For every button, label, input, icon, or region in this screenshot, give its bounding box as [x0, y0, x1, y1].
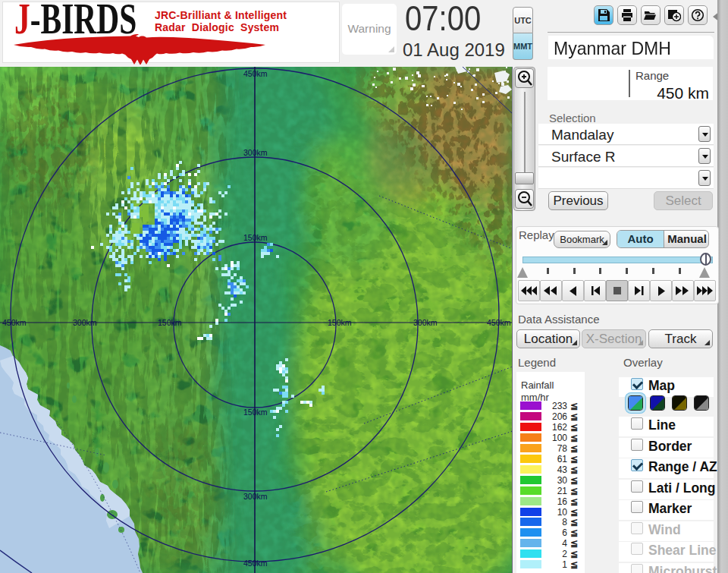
- svg-text:150km: 150km: [243, 233, 268, 242]
- svg-text:150km: 150km: [158, 318, 182, 327]
- svg-text:450km: 450km: [2, 318, 27, 327]
- svg-text:450km: 450km: [487, 318, 511, 327]
- svg-text:150km: 150km: [328, 318, 352, 327]
- svg-text:450km: 450km: [243, 69, 268, 78]
- svg-text:150km: 150km: [243, 408, 268, 417]
- svg-text:300km: 300km: [243, 492, 268, 501]
- svg-text:300km: 300km: [243, 148, 268, 157]
- svg-text:450km: 450km: [243, 559, 268, 568]
- svg-text:300km: 300km: [73, 318, 97, 327]
- svg-text:300km: 300km: [413, 318, 438, 327]
